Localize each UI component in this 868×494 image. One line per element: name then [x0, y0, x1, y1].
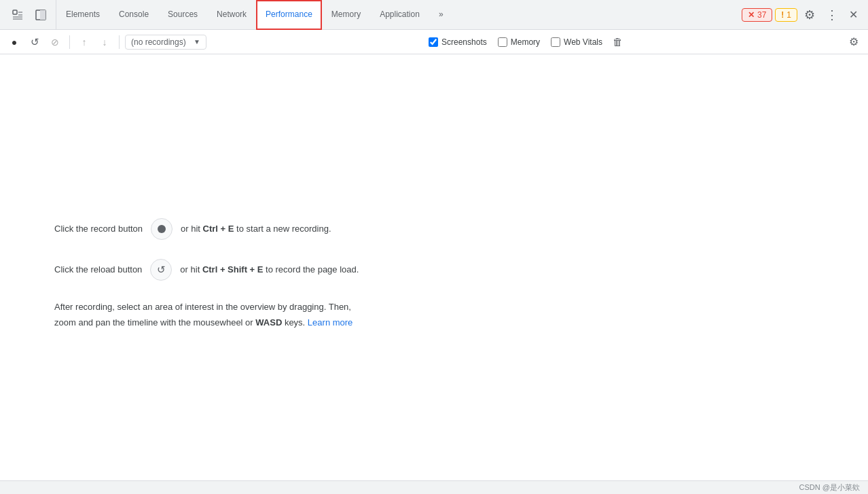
recordings-label: (no recordings) [131, 37, 186, 47]
toolbar-separator-2 [119, 35, 120, 49]
hint-reload: Click the reload button ↺ or hit Ctrl + … [54, 259, 359, 281]
memory-checkbox-label[interactable]: Memory [494, 37, 544, 47]
record-button[interactable]: ● [5, 33, 23, 51]
svg-rect-0 [13, 10, 17, 14]
devtools-icon-group [3, 0, 56, 29]
hint-record-suffix: or hit Ctrl + E to start a new recording… [181, 222, 331, 236]
error-badge[interactable]: ✕ 37 [742, 8, 772, 22]
tab-performance[interactable]: Performance [256, 0, 322, 30]
upload-button[interactable]: ↑ [75, 33, 93, 51]
warning-badge[interactable]: ! 1 [775, 8, 797, 22]
screenshots-checkbox-label[interactable]: Screenshots [424, 37, 491, 47]
memory-label: Memory [511, 37, 540, 47]
credit-text: CSDN @是小菜欸 [799, 482, 860, 493]
bottom-bar: CSDN @是小菜欸 [0, 480, 868, 494]
tabs-container: Elements Console Sources Network Perform… [56, 0, 742, 29]
toolbar-separator-1 [69, 35, 70, 49]
web-vitals-checkbox-label[interactable]: Web Vitals [547, 37, 607, 47]
error-count: 37 [757, 10, 766, 20]
tab-sources[interactable]: Sources [158, 0, 207, 30]
memory-checkbox[interactable] [498, 37, 507, 47]
devtools-dock-btn[interactable] [31, 5, 50, 24]
record-button-icon [151, 218, 173, 240]
tab-application[interactable]: Application [370, 0, 429, 30]
hint-reload-suffix: or hit Ctrl + Shift + E to record the pa… [180, 263, 359, 277]
reload-button-icon: ↺ [150, 259, 172, 281]
devtools-inspect-btn[interactable] [8, 5, 27, 24]
web-vitals-checkbox[interactable] [551, 37, 560, 47]
tab-actions: ✕ 37 ! 1 ⚙ ⋮ ✕ [742, 0, 868, 29]
svg-rect-2 [40, 10, 46, 20]
screenshots-label: Screenshots [441, 37, 487, 47]
record-inner-icon [158, 225, 166, 233]
error-icon: ✕ [748, 10, 755, 20]
warning-count: 1 [786, 10, 791, 20]
close-btn[interactable]: ✕ [844, 5, 863, 24]
reload-record-button[interactable]: ↺ [26, 33, 43, 51]
performance-settings-button[interactable]: ⚙ [845, 33, 863, 51]
tab-console[interactable]: Console [109, 0, 158, 30]
clear-recordings-button[interactable]: 🗑 [609, 33, 627, 51]
hint-reload-prefix: Click the reload button [54, 263, 142, 277]
tab-memory[interactable]: Memory [322, 0, 370, 30]
warning-icon: ! [781, 10, 784, 20]
performance-toolbar: ● ↺ ⊘ ↑ ↓ (no recordings) ▼ Screenshots … [0, 30, 868, 54]
screenshots-checkbox[interactable] [429, 37, 438, 47]
after-recording-text: After recording, select an area of inter… [54, 300, 352, 330]
learn-more-link[interactable]: Learn more [308, 317, 352, 328]
dropdown-arrow-icon: ▼ [194, 38, 200, 46]
download-button[interactable]: ↓ [96, 33, 113, 51]
recordings-dropdown[interactable]: (no recordings) ▼ [125, 35, 206, 50]
tab-more[interactable]: » [429, 0, 453, 30]
web-vitals-label: Web Vitals [564, 37, 602, 47]
hint-record-prefix: Click the record button [54, 222, 143, 236]
tab-network[interactable]: Network [207, 0, 256, 30]
hint-record: Click the record button or hit Ctrl + E … [54, 218, 331, 240]
stop-button[interactable]: ⊘ [46, 33, 64, 51]
main-content: Click the record button or hit Ctrl + E … [0, 54, 868, 494]
tab-bar: Elements Console Sources Network Perform… [0, 0, 868, 30]
tab-elements[interactable]: Elements [56, 0, 109, 30]
more-options-btn[interactable]: ⋮ [822, 5, 841, 24]
settings-btn[interactable]: ⚙ [800, 5, 819, 24]
